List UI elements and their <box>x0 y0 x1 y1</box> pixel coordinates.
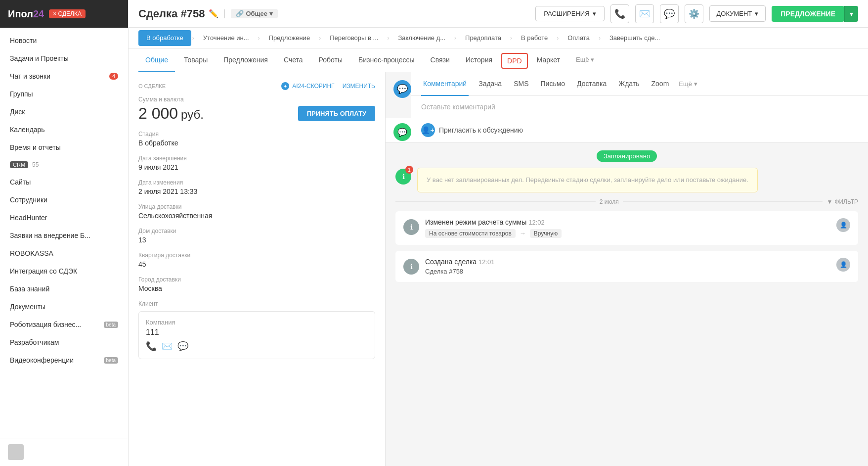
edit-icon[interactable]: ✏️ <box>209 9 218 18</box>
tab-more-activity[interactable]: Ещё ▾ <box>679 80 697 88</box>
invite-row[interactable]: 👤+ Пригласить к обсуждению <box>411 118 868 142</box>
client-card: Компания 111 📞 ✉️ 💬 <box>138 311 375 359</box>
stage-zaklyuchenie[interactable]: Заключение д... <box>390 30 453 46</box>
chat-icon-button[interactable]: 💬 <box>660 4 679 23</box>
stage-oplata[interactable]: Оплата <box>560 30 598 46</box>
section-selector[interactable]: 🔗 Общее ▾ <box>231 9 278 18</box>
ai-scoring-button[interactable]: ✦ AI24-скоринг <box>281 82 334 90</box>
stage-field: Стадия В обработке <box>138 131 375 147</box>
sidebar-item-disk[interactable]: Диск <box>0 103 128 121</box>
sidebar-active-tag[interactable]: × СДЕЛКА <box>49 9 86 18</box>
stage-bar: В обработке › Уточнение ин... › Предложе… <box>129 28 868 48</box>
sidebar-item-sdek[interactable]: Интеграция со СДЭК <box>0 262 128 280</box>
delivery-city-field: Город доставки Москва <box>138 276 375 292</box>
tab-zoom[interactable]: Zoom <box>650 72 671 96</box>
activity-panel: 💬 Комментарий Задача SMS Письмо Доставка… <box>386 72 868 466</box>
main-area: Сделка #758 ✏️ 🔗 Общее ▾ РАСШИРЕНИЯ ▾ 📞 … <box>129 0 868 466</box>
sidebar-item-calendar[interactable]: Календарь <box>0 121 128 139</box>
sidebar-item-video[interactable]: Видеоконференции beta <box>0 351 128 369</box>
tab-letter[interactable]: Письмо <box>539 72 567 96</box>
stage-zavershit[interactable]: Завершить сде... <box>602 30 668 46</box>
client-field: Клиент Компания 111 📞 ✉️ 💬 <box>138 300 375 359</box>
accept-payment-button[interactable]: ПРИНЯТЬ ОПЛАТУ <box>298 106 375 121</box>
filter-button[interactable]: ▼ ФИЛЬТР <box>826 198 858 205</box>
invite-icon: 👤+ <box>421 123 435 137</box>
beta-badge2: beta <box>104 357 118 364</box>
event-1-content: Изменен режим расчета суммы 12:02 На осн… <box>425 218 830 238</box>
tab-sms[interactable]: SMS <box>512 72 530 96</box>
tab-robots[interactable]: Роботы <box>312 48 349 72</box>
sidebar-bottom-icon <box>8 444 24 460</box>
to-tag: Вручную <box>530 229 562 238</box>
offer-button-group: ПРЕДЛОЖЕНИЕ ▾ <box>772 6 858 22</box>
sidebar-item-docs[interactable]: Документы <box>0 298 128 316</box>
stage-v-rabote[interactable]: В работе <box>513 30 556 46</box>
document-button[interactable]: ДОКУМЕНТ ▾ <box>709 5 766 22</box>
arrow-icon: → <box>520 230 526 237</box>
event-1-icon: ℹ <box>403 219 419 235</box>
tab-task[interactable]: Задача <box>477 72 504 96</box>
email-icon-button[interactable]: ✉️ <box>635 4 654 23</box>
tab-more[interactable]: Ещё ▾ <box>569 48 601 72</box>
sidebar-item-crm[interactable]: CRM 55 <box>0 156 128 173</box>
tab-bizproc[interactable]: Бизнес-процессы <box>351 48 421 72</box>
sidebar-item-chat[interactable]: Чат и звонки 4 <box>0 67 128 85</box>
sidebar-item-novosti[interactable]: Новости <box>0 32 128 49</box>
sidebar-item-applications[interactable]: Заявки на внедрение Б... <box>0 227 128 244</box>
deal-info-panel: О СДЕЛКЕ ✦ AI24-скоринг изменить Сумма и… <box>129 72 386 466</box>
sidebar-item-headhunter[interactable]: HeadHunter <box>0 209 128 227</box>
offer-dropdown-button[interactable]: ▾ <box>844 6 858 22</box>
comment-field[interactable]: Оставьте комментарий <box>421 103 858 111</box>
tab-history[interactable]: История <box>459 48 499 72</box>
stage-v-obrabotke[interactable]: В обработке <box>138 30 191 46</box>
tab-dpd[interactable]: DPD <box>501 53 528 69</box>
delivery-street-field: Улица доставки Сельскохозяйственная <box>138 203 375 220</box>
tab-market[interactable]: Маркет <box>530 48 567 72</box>
client-email-icon[interactable]: ✉️ <box>162 341 173 352</box>
tab-general[interactable]: Общие <box>138 48 175 72</box>
stage-peregovory[interactable]: Переговоры в ... <box>322 30 386 46</box>
ai-icon: ✦ <box>281 82 289 90</box>
client-phone-icon[interactable]: 📞 <box>146 341 157 352</box>
offer-button[interactable]: ПРЕДЛОЖЕНИЕ <box>772 6 844 22</box>
sidebar-item-robotics[interactable]: Роботизация бизнес... beta <box>0 316 128 333</box>
tab-links[interactable]: Связи <box>424 48 457 72</box>
tab-offers[interactable]: Предложения <box>217 48 275 72</box>
change-date-field: Дата изменения 2 июля 2021 13:33 <box>138 179 375 195</box>
stage-predoplata[interactable]: Предоплата <box>457 30 509 46</box>
sidebar-item-tasks[interactable]: Задачи и Проекты <box>0 49 128 67</box>
sidebar-item-sites[interactable]: Сайты <box>0 173 128 191</box>
tab-comment[interactable]: Комментарий <box>421 72 469 96</box>
sidebar-item-devs[interactable]: Разработчикам <box>0 333 128 351</box>
sidebar-item-knowledge[interactable]: База знаний <box>0 280 128 298</box>
event-2-avatar: 👤 <box>836 258 850 272</box>
stage-utochnenie[interactable]: Уточнение ин... <box>195 30 257 46</box>
sidebar-item-groups[interactable]: Группы <box>0 85 128 103</box>
info-icon-container: ℹ 1 <box>395 168 411 185</box>
tab-goods[interactable]: Товары <box>177 48 215 72</box>
change-link[interactable]: изменить <box>343 83 375 90</box>
sidebar-item-time[interactable]: Время и отчеты <box>0 139 128 156</box>
page-title: Сделка #758 ✏️ 🔗 Общее ▾ <box>138 7 278 20</box>
sidebar-footer <box>0 438 128 466</box>
chevron-down-icon: ▾ <box>593 10 596 17</box>
extensions-button[interactable]: РАСШИРЕНИЯ ▾ <box>535 6 604 21</box>
tab-invoices[interactable]: Счета <box>277 48 310 72</box>
delivery-apt-field: Квартира доставки 45 <box>138 252 375 268</box>
sidebar-item-robokassa[interactable]: ROBOKASSA <box>0 244 128 262</box>
activity-area: 💬 Комментарий Задача SMS Письмо Доставка… <box>386 72 868 118</box>
client-chat-icon[interactable]: 💬 <box>177 341 188 352</box>
tab-delivery[interactable]: Доставка <box>575 72 608 96</box>
phone-icon-button[interactable]: 📞 <box>610 4 629 23</box>
settings-icon-button[interactable]: ⚙️ <box>685 4 703 23</box>
stage-predlozhenie[interactable]: Предложение <box>261 30 318 46</box>
sidebar-item-employees[interactable]: Сотрудники <box>0 191 128 209</box>
sidebar-header: Ипол24 × СДЕЛКА <box>0 0 128 28</box>
client-actions: 📞 ✉️ 💬 <box>146 341 368 352</box>
date-divider-row: 2 июля ▼ ФИЛЬТР <box>395 198 858 205</box>
tab-wait[interactable]: Ждать <box>616 72 641 96</box>
event-2-icon: ℹ <box>403 259 419 275</box>
beta-badge: beta <box>104 322 118 328</box>
content-area: О СДЕЛКЕ ✦ AI24-скоринг изменить Сумма и… <box>129 72 868 466</box>
amount-field: Сумма и валюта 2 000 руб. ПРИНЯТЬ ОПЛАТУ <box>138 96 375 123</box>
